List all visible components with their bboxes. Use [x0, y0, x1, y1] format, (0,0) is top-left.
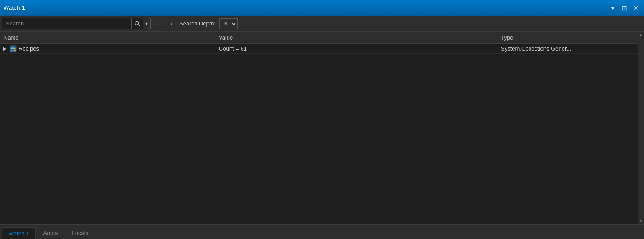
column-name-header: Name	[0, 34, 215, 41]
nav-back-button[interactable]: ←	[153, 18, 163, 29]
search-box: ▾	[2, 18, 151, 29]
table-body: ▶ Recipes	[0, 44, 638, 224]
table-header: Name Value Type	[0, 32, 638, 44]
row-type-cell: System.Collections.Gener...	[497, 44, 638, 53]
table-row[interactable]: ▶ Recipes	[0, 44, 638, 54]
search-dropdown-button[interactable]: ▾	[143, 18, 151, 29]
pin-icon[interactable]: ⊡	[620, 4, 629, 12]
scroll-up-arrow[interactable]: ▲	[638, 32, 644, 38]
empty-type-cell	[497, 54, 638, 63]
type-text: System.Collections.Gener...	[501, 45, 571, 52]
close-icon[interactable]: ✕	[632, 4, 640, 12]
empty-name-cell	[0, 54, 215, 63]
toolbar: ▾ ← → Search Depth: 3 1 2 4 5	[0, 16, 644, 32]
value-text: Count = 61	[219, 45, 247, 52]
row-name-cell: ▶ Recipes	[0, 44, 215, 53]
svg-rect-7	[14, 49, 16, 51]
main-area: Name Value Type ▶	[0, 32, 644, 224]
nav-forward-button[interactable]: →	[165, 18, 176, 29]
variable-icon	[10, 45, 17, 52]
svg-rect-3	[11, 47, 15, 48]
title-bar: Watch 1 ▼ ⊡ ✕	[0, 0, 644, 16]
scrollbar[interactable]: ▲ ▼	[638, 32, 644, 224]
title-actions: ▼ ⊡ ✕	[608, 4, 640, 12]
expand-button[interactable]: ▶	[2, 46, 8, 52]
empty-value-cell	[215, 54, 497, 63]
dropdown-icon[interactable]: ▼	[608, 4, 618, 12]
depth-select[interactable]: 3 1 2 4 5	[219, 18, 238, 29]
tab-autos[interactable]: Autos	[36, 227, 64, 239]
tab-locals[interactable]: Locals	[65, 227, 95, 239]
search-input[interactable]	[2, 20, 131, 27]
search-button[interactable]	[131, 18, 143, 29]
window-title: Watch 1	[4, 4, 25, 11]
dropdown-arrow: ▾	[145, 21, 148, 26]
tab-watch1[interactable]: Watch 1	[2, 227, 36, 239]
scroll-down-arrow[interactable]: ▼	[638, 218, 644, 224]
empty-edit-row[interactable]	[0, 54, 638, 63]
column-type-header: Type	[497, 34, 638, 41]
row-value-cell: Count = 61	[215, 44, 497, 53]
column-value-header: Value	[215, 34, 497, 41]
tab-bar: Watch 1 Autos Locals	[0, 224, 644, 239]
watch-table: Name Value Type ▶	[0, 32, 638, 224]
svg-line-1	[138, 25, 140, 26]
variable-name: Recipes	[18, 45, 39, 52]
depth-label: Search Depth:	[179, 20, 216, 27]
